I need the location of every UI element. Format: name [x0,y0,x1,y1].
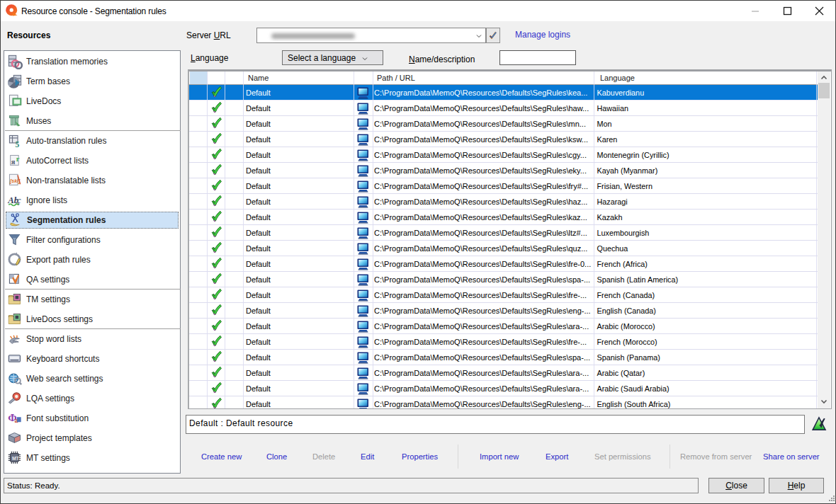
svg-text:r: r [16,155,20,163]
svg-text:5: 5 [16,140,20,149]
svg-text:я: я [11,158,16,166]
svg-text:MT: MT [12,456,20,461]
